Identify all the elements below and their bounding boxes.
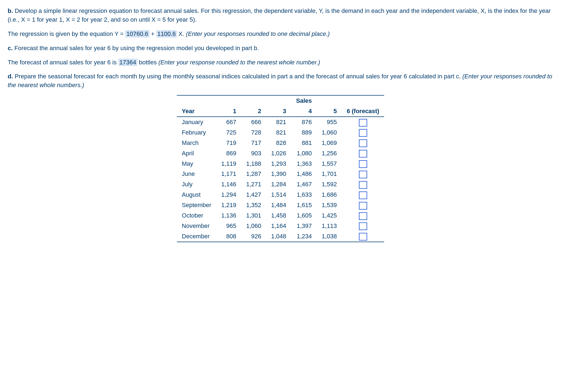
value-cell: 1,271 <box>241 179 266 190</box>
table-row: September1,2191,3521,4841,6151,539 <box>177 200 384 210</box>
forecast-input[interactable] <box>359 150 367 158</box>
value-cell: 1,188 <box>241 159 266 169</box>
value-cell: 1,287 <box>241 169 266 179</box>
value-cell: 1,113 <box>317 221 342 231</box>
value-cell: 1,256 <box>317 148 342 159</box>
part-b-equation: The regression is given by the equation … <box>8 30 553 38</box>
eq-lead: The regression is given by the equation … <box>8 30 125 37</box>
value-cell: 889 <box>291 127 317 138</box>
value-cell: 666 <box>241 117 266 127</box>
col-2: 2 <box>241 106 266 117</box>
table-row: May1,1191,1881,2931,3631,557 <box>177 159 384 169</box>
col-3: 3 <box>266 106 291 117</box>
month-cell: January <box>177 117 216 127</box>
part-d-text: Prepare the seasonal forecast for each m… <box>13 73 463 80</box>
month-cell: October <box>177 210 216 221</box>
col-1: 1 <box>216 106 241 117</box>
value-cell: 828 <box>266 138 291 148</box>
table-row: June1,1711,2871,3901,4861,701 <box>177 169 384 179</box>
table-row: March7197178288811,069 <box>177 138 384 148</box>
forecast-cell <box>342 169 384 179</box>
value-cell: 1,605 <box>291 210 317 221</box>
forecast-input[interactable] <box>359 222 367 230</box>
value-cell: 1,080 <box>291 148 317 159</box>
value-cell: 1,486 <box>291 169 317 179</box>
forecast-cell <box>342 221 384 231</box>
value-cell: 1,397 <box>291 221 317 231</box>
part-c-label: c. <box>8 45 13 51</box>
value-cell: 1,633 <box>291 190 317 200</box>
value-cell: 1,060 <box>241 221 266 231</box>
forecast-cell <box>342 179 384 190</box>
value-cell: 881 <box>291 138 317 148</box>
value-cell: 1,352 <box>241 200 266 210</box>
forecast-input[interactable] <box>359 129 367 137</box>
month-cell: December <box>177 231 216 242</box>
value-cell: 1,514 <box>266 190 291 200</box>
col-4: 4 <box>291 106 317 117</box>
forecast-cell <box>342 117 384 127</box>
value-cell: 1,390 <box>266 169 291 179</box>
month-cell: April <box>177 148 216 159</box>
year-header: Year <box>177 106 216 117</box>
value-cell: 1,425 <box>317 210 342 221</box>
value-cell: 1,557 <box>317 159 342 169</box>
value-cell: 1,060 <box>317 127 342 138</box>
part-c-text: Forecast the annual sales for year 6 by … <box>13 45 259 51</box>
forecast-input[interactable] <box>359 139 367 147</box>
value-cell: 717 <box>241 138 266 148</box>
forecast-input[interactable] <box>359 181 367 189</box>
part-b-text: Develop a simple linear regression equat… <box>8 7 551 23</box>
fc-value: 17364 <box>118 59 137 66</box>
value-cell: 965 <box>216 221 241 231</box>
table-header-row: Year 1 2 3 4 5 6 (forecast) <box>177 106 384 117</box>
forecast-input[interactable] <box>359 212 367 220</box>
value-cell: 725 <box>216 127 241 138</box>
value-cell: 1,363 <box>291 159 317 169</box>
forecast-input[interactable] <box>359 202 367 210</box>
value-cell: 1,686 <box>317 190 342 200</box>
month-cell: June <box>177 169 216 179</box>
value-cell: 728 <box>241 127 266 138</box>
value-cell: 1,234 <box>291 231 317 242</box>
sales-header: Sales <box>291 95 317 106</box>
forecast-input[interactable] <box>359 191 367 199</box>
value-cell: 821 <box>266 127 291 138</box>
col-5: 5 <box>317 106 342 117</box>
value-cell: 1,701 <box>317 169 342 179</box>
value-cell: 821 <box>266 117 291 127</box>
forecast-cell <box>342 127 384 138</box>
part-d-label: d. <box>8 73 13 80</box>
value-cell: 1,119 <box>216 159 241 169</box>
value-cell: 1,294 <box>216 190 241 200</box>
value-cell: 869 <box>216 148 241 159</box>
value-cell: 1,301 <box>241 210 266 221</box>
table-row: April8699031,0261,0801,256 <box>177 148 384 159</box>
table-row: October1,1361,3011,4581,6051,425 <box>177 210 384 221</box>
forecast-input[interactable] <box>359 171 367 178</box>
table-row: November9651,0601,1641,3971,113 <box>177 221 384 231</box>
value-cell: 1,048 <box>266 231 291 242</box>
fc-lead: The forecast of annual sales for year 6 … <box>8 59 118 66</box>
part-d-prompt: d. Prepare the seasonal forecast for eac… <box>8 72 553 90</box>
value-cell: 808 <box>216 231 241 242</box>
value-cell: 1,484 <box>266 200 291 210</box>
part-b-label: b. <box>8 7 13 14</box>
value-cell: 1,284 <box>266 179 291 190</box>
value-cell: 1,615 <box>291 200 317 210</box>
value-cell: 1,026 <box>266 148 291 159</box>
value-cell: 1,293 <box>266 159 291 169</box>
col-forecast: 6 (forecast) <box>342 106 384 117</box>
table-row: February7257288218891,060 <box>177 127 384 138</box>
forecast-input[interactable] <box>359 119 367 127</box>
value-cell: 1,038 <box>317 231 342 242</box>
table-row: December8089261,0481,2341,038 <box>177 231 384 242</box>
value-cell: 667 <box>216 117 241 127</box>
forecast-cell <box>342 231 384 242</box>
forecast-cell <box>342 138 384 148</box>
value-cell: 719 <box>216 138 241 148</box>
value-cell: 1,427 <box>241 190 266 200</box>
value-cell: 876 <box>291 117 317 127</box>
forecast-input[interactable] <box>359 233 367 241</box>
forecast-input[interactable] <box>359 160 367 168</box>
